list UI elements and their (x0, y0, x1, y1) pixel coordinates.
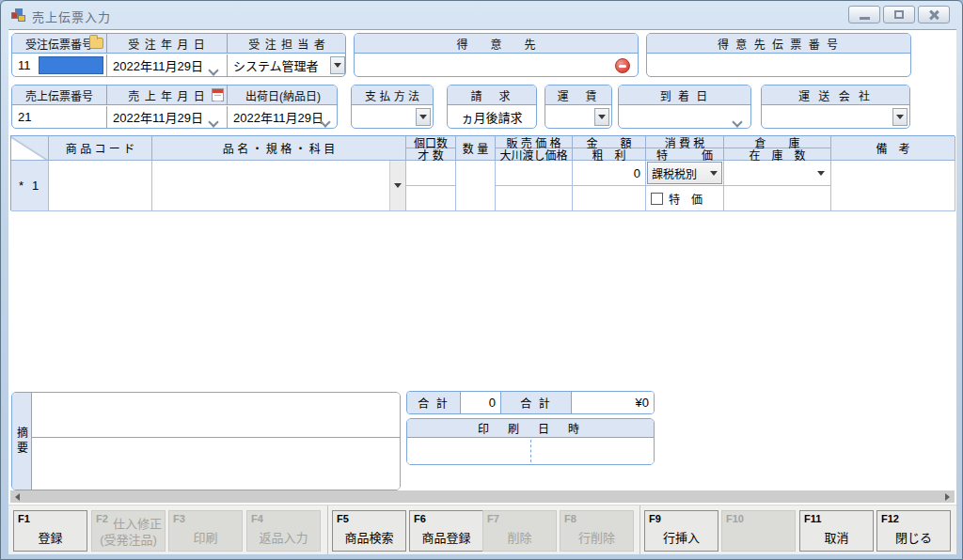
cell-delivery-price[interactable] (496, 186, 572, 211)
print-datetime-group: 印 刷 日 時 (406, 418, 655, 465)
dropdown-button[interactable] (330, 56, 345, 74)
carrier-label: 運 送 会 社 (762, 86, 909, 105)
cell-stock-qty[interactable] (724, 186, 830, 211)
customer-input[interactable] (355, 54, 638, 76)
col-header-product-name: 品 名 ・ 規 格 ・ 科 目 (152, 136, 406, 161)
chevron-down-icon[interactable] (732, 117, 742, 127)
billing-group: 請 求 ヵ月後請求 (447, 85, 537, 129)
cell-pieces[interactable] (406, 161, 456, 211)
arrival-date-picker[interactable] (619, 106, 750, 128)
cell-pieces-count[interactable] (406, 161, 455, 186)
f11-cancel-button[interactable]: F11 取消 (799, 510, 874, 552)
sales-slip-no-input[interactable] (38, 106, 107, 128)
title-bar: 売上伝票入力 (1, 1, 962, 29)
billing-value[interactable]: ヵ月後請求 (448, 106, 536, 128)
ship-date-label: 出荷日(納品日) (228, 86, 338, 105)
f10-button: F10 (721, 510, 796, 552)
app-window: 売上伝票入力 受注伝票番号 受 注 年 月 日 受 注 担 当 者 11 202… (0, 0, 963, 560)
dropdown-button[interactable] (594, 108, 609, 126)
special-price-checkbox[interactable] (651, 193, 663, 205)
close-icon (928, 9, 939, 21)
customer-group: 得 意 先 (354, 33, 639, 77)
warehouse-combobox[interactable] (724, 161, 830, 186)
f9-row-insert-button[interactable]: F9 行挿入 (644, 510, 718, 552)
cell-amount-value[interactable]: 0 (573, 161, 645, 186)
total-qty-label: 合 計 (407, 392, 461, 413)
cell-qty[interactable] (456, 161, 496, 211)
order-date-picker[interactable]: 2022年11月29日 (107, 54, 228, 76)
dropdown-arrow-icon (394, 183, 402, 188)
cell-saisu[interactable] (406, 186, 455, 211)
sales-group: 売上伝票番号 売 上 年 月 日 出荷日(納品日) 21 2022年11月29日… (11, 85, 338, 129)
tax-type-combobox[interactable]: 課税税別 (647, 162, 722, 184)
cell-product-name[interactable] (152, 161, 406, 211)
order-slip-prefix: 11 (12, 54, 38, 76)
restore-button[interactable] (883, 6, 915, 23)
col-header-qty: 数 量 (456, 136, 496, 161)
f6-product-register-button[interactable]: F6 商品登録 (409, 510, 483, 552)
print-datetime-label: 印 刷 日 時 (407, 419, 654, 438)
cell-tax: 課税税別 特 価 (646, 161, 724, 211)
special-price-label: 特 価 (669, 191, 703, 207)
payment-combobox[interactable] (352, 106, 433, 128)
f4-returns-button: F4 返品入力 (246, 510, 321, 552)
sales-date-picker[interactable]: 2022年11月29日 (107, 106, 228, 128)
cell-sales-price[interactable] (496, 161, 572, 186)
new-row-marker: * (19, 179, 24, 193)
chevron-down-icon[interactable] (208, 117, 218, 127)
scroll-left-icon (15, 493, 20, 501)
dropdown-arrow-icon (419, 115, 427, 119)
cell-amount[interactable]: 0 (573, 161, 646, 211)
billing-label: 請 求 (448, 86, 536, 105)
selected-input-highlight[interactable] (39, 56, 103, 74)
scroll-right-icon (945, 493, 950, 501)
row-header: * 1 (11, 161, 49, 211)
customer-label: 得 意 先 (355, 34, 638, 54)
order-group: 受注伝票番号 受 注 年 月 日 受 注 担 当 者 11 2022年11月29… (11, 33, 346, 77)
f3-print-button: F3 印刷 (168, 510, 243, 552)
cell-gross-profit[interactable] (573, 186, 645, 211)
scroll-left-button[interactable] (10, 490, 24, 503)
col-header-amount: 金 額 粗 利 (573, 136, 646, 161)
f8-row-delete-button: F8 行削除 (560, 510, 634, 552)
chevron-down-icon[interactable] (208, 65, 218, 75)
sales-slip-no-label: 売上伝票番号 (12, 86, 107, 105)
order-slip-no-input[interactable] (38, 54, 107, 76)
dropdown-arrow-icon (817, 171, 825, 176)
sales-slip-prefix: 21 (12, 106, 38, 128)
dropdown-arrow-icon (598, 115, 606, 119)
freight-combobox[interactable] (545, 106, 611, 128)
cell-warehouse (724, 161, 831, 211)
minimize-icon (860, 17, 870, 20)
restore-icon (894, 10, 904, 19)
grid-corner-cell (11, 136, 49, 161)
payment-group: 支 払 方 法 (351, 85, 434, 129)
ship-date-picker[interactable]: 2022年11月29日 (228, 106, 338, 128)
dropdown-button[interactable] (892, 108, 908, 126)
close-button[interactable] (918, 6, 950, 23)
carrier-combobox[interactable] (762, 106, 909, 128)
memo-line-1[interactable] (32, 393, 400, 438)
order-slip-no-label: 受注伝票番号 (12, 34, 107, 54)
total-amount-value: ¥0 (572, 392, 654, 413)
folder-icon[interactable] (89, 38, 103, 49)
cell-remarks[interactable] (831, 161, 955, 211)
minimize-button[interactable] (848, 6, 880, 23)
horizontal-scrollbar[interactable] (10, 490, 955, 503)
cell-product-code[interactable] (49, 161, 152, 211)
product-name-dropdown[interactable] (389, 161, 405, 210)
cell-price[interactable] (496, 161, 573, 211)
form-client-area: 受注伝票番号 受 注 年 月 日 受 注 担 当 者 11 2022年11月29… (8, 29, 956, 553)
scroll-right-button[interactable] (940, 490, 955, 503)
memo-line-2[interactable] (32, 439, 400, 490)
f5-product-search-button[interactable]: F5 商品検索 (332, 510, 406, 552)
freight-group: 運 賃 (545, 85, 612, 129)
order-person-combobox[interactable]: システム管理者 (228, 54, 346, 76)
memo-label: 摘要 (12, 393, 32, 490)
f12-close-button[interactable]: F12 閉じる (876, 510, 951, 552)
f1-register-button[interactable]: F1 登録 (13, 510, 87, 552)
customer-slip-input[interactable] (647, 54, 910, 76)
clear-customer-icon[interactable] (615, 58, 630, 73)
order-date-label: 受 注 年 月 日 (107, 34, 228, 54)
dropdown-button[interactable] (416, 108, 431, 126)
